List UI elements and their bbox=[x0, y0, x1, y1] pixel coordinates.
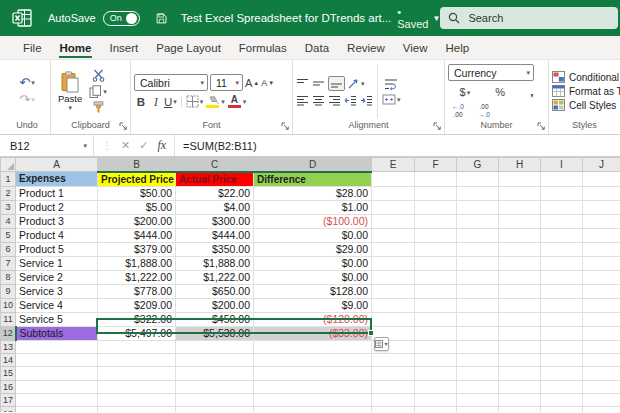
paste-button[interactable]: Paste ▾ bbox=[54, 71, 86, 111]
cell-G15[interactable] bbox=[457, 367, 499, 380]
cell-I14[interactable] bbox=[541, 353, 583, 366]
cell-B12[interactable]: $5,497.00 bbox=[98, 326, 176, 340]
cell-J7[interactable] bbox=[583, 256, 620, 270]
row-header-8[interactable]: 8 bbox=[1, 270, 16, 284]
undo-button[interactable]: ↶▾ bbox=[19, 76, 34, 89]
tab-page-layout[interactable]: Page Layout bbox=[147, 38, 230, 57]
cell-B11[interactable]: $322.00 bbox=[98, 312, 176, 326]
tab-home[interactable]: Home bbox=[51, 38, 101, 57]
center-button[interactable] bbox=[312, 95, 325, 106]
row-header-6[interactable]: 6 bbox=[1, 242, 16, 256]
cell-I9[interactable] bbox=[541, 284, 583, 298]
cell-F9[interactable] bbox=[415, 284, 457, 298]
row-header-1[interactable]: 1 bbox=[1, 172, 16, 187]
cell-B15[interactable] bbox=[98, 367, 176, 380]
cell-B9[interactable]: $778.00 bbox=[98, 284, 176, 298]
cell-J16[interactable] bbox=[583, 380, 620, 393]
fill-color-button[interactable]: ▾ bbox=[205, 96, 225, 108]
cell-F18[interactable] bbox=[415, 407, 457, 412]
cell-H8[interactable] bbox=[499, 270, 541, 284]
cell-C9[interactable]: $650.00 bbox=[176, 284, 254, 298]
row-header-18[interactable]: 18 bbox=[1, 407, 16, 412]
formula-input[interactable]: =SUM(B2:B11) bbox=[175, 140, 256, 152]
cell-H16[interactable] bbox=[499, 380, 541, 393]
cell-D13[interactable] bbox=[254, 340, 372, 353]
cell-A10[interactable]: Service 4 bbox=[16, 298, 98, 312]
title-chevron-down-icon[interactable]: ▼ bbox=[432, 14, 440, 23]
cell-A8[interactable]: Service 2 bbox=[16, 270, 98, 284]
cell-F15[interactable] bbox=[415, 367, 457, 380]
cell-G11[interactable] bbox=[457, 312, 499, 326]
decrease-indent-button[interactable] bbox=[344, 95, 357, 106]
cell-C13[interactable] bbox=[176, 340, 254, 353]
cell-C16[interactable] bbox=[176, 380, 254, 393]
cell-I12[interactable] bbox=[541, 326, 583, 340]
tab-review[interactable]: Review bbox=[338, 38, 394, 57]
font-size-select[interactable]: 11▾ bbox=[210, 74, 243, 91]
cell-F6[interactable] bbox=[415, 242, 457, 256]
middle-align-button[interactable] bbox=[312, 78, 325, 89]
cell-A5[interactable]: Product 4 bbox=[16, 228, 98, 242]
bold-button[interactable]: B bbox=[134, 96, 148, 108]
cell-D18[interactable] bbox=[254, 407, 372, 412]
cell-D1[interactable]: Difference bbox=[254, 172, 372, 187]
cell-F17[interactable] bbox=[415, 394, 457, 407]
comma-style-button[interactable]: , bbox=[530, 84, 533, 100]
cell-G7[interactable] bbox=[457, 256, 499, 270]
cell-I17[interactable] bbox=[541, 394, 583, 407]
cell-D7[interactable]: $0.00 bbox=[254, 256, 372, 270]
cell-E2[interactable] bbox=[372, 186, 415, 200]
cell-H6[interactable] bbox=[499, 242, 541, 256]
cell-G16[interactable] bbox=[457, 380, 499, 393]
save-icon[interactable] bbox=[156, 11, 167, 26]
cell-F12[interactable] bbox=[415, 326, 457, 340]
cell-A18[interactable] bbox=[16, 407, 98, 412]
tab-view[interactable]: View bbox=[394, 38, 437, 57]
cell-I13[interactable] bbox=[541, 340, 583, 353]
cell-C15[interactable] bbox=[176, 367, 254, 380]
cell-C7[interactable]: $1,888.00 bbox=[176, 256, 254, 270]
column-header-I[interactable]: I bbox=[541, 158, 583, 172]
cell-J9[interactable] bbox=[583, 284, 620, 298]
cell-I4[interactable] bbox=[541, 214, 583, 228]
cell-H7[interactable] bbox=[499, 256, 541, 270]
cell-D6[interactable]: $29.00 bbox=[254, 242, 372, 256]
cell-F14[interactable] bbox=[415, 353, 457, 366]
cell-G4[interactable] bbox=[457, 214, 499, 228]
cell-A4[interactable]: Product 3 bbox=[16, 214, 98, 228]
search-box[interactable]: Search bbox=[440, 7, 618, 29]
cell-B4[interactable]: $200.00 bbox=[98, 214, 176, 228]
cell-I7[interactable] bbox=[541, 256, 583, 270]
cell-H18[interactable] bbox=[499, 407, 541, 412]
cell-D2[interactable]: $28.00 bbox=[254, 186, 372, 200]
cell-I18[interactable] bbox=[541, 407, 583, 412]
cell-I15[interactable] bbox=[541, 367, 583, 380]
cell-G1[interactable] bbox=[457, 172, 499, 187]
select-all-corner[interactable] bbox=[1, 158, 16, 172]
cell-D16[interactable] bbox=[254, 380, 372, 393]
excel-app-icon[interactable] bbox=[12, 8, 32, 28]
cell-B16[interactable] bbox=[98, 380, 176, 393]
cell-A9[interactable]: Service 3 bbox=[16, 284, 98, 298]
cell-D5[interactable]: $0.00 bbox=[254, 228, 372, 242]
tab-file[interactable]: File bbox=[14, 38, 51, 57]
cell-J17[interactable] bbox=[583, 394, 620, 407]
cell-J6[interactable] bbox=[583, 242, 620, 256]
cell-E7[interactable] bbox=[372, 256, 415, 270]
cell-I8[interactable] bbox=[541, 270, 583, 284]
cell-B13[interactable] bbox=[98, 340, 176, 353]
cell-B17[interactable] bbox=[98, 394, 176, 407]
cell-J5[interactable] bbox=[583, 228, 620, 242]
cell-A17[interactable] bbox=[16, 394, 98, 407]
conditional-formatting-button[interactable]: Conditional Formatting▾ bbox=[552, 71, 620, 83]
cell-G3[interactable] bbox=[457, 200, 499, 214]
cell-B18[interactable] bbox=[98, 407, 176, 412]
row-header-11[interactable]: 11 bbox=[1, 312, 16, 326]
decrease-font-size-button[interactable]: A▼ bbox=[261, 78, 274, 88]
cell-F11[interactable] bbox=[415, 312, 457, 326]
cell-A11[interactable]: Service 5 bbox=[16, 312, 98, 326]
row-header-14[interactable]: 14 bbox=[1, 353, 16, 366]
cell-J13[interactable] bbox=[583, 340, 620, 353]
underline-button[interactable]: U▾ bbox=[164, 96, 177, 108]
column-header-F[interactable]: F bbox=[415, 158, 457, 172]
